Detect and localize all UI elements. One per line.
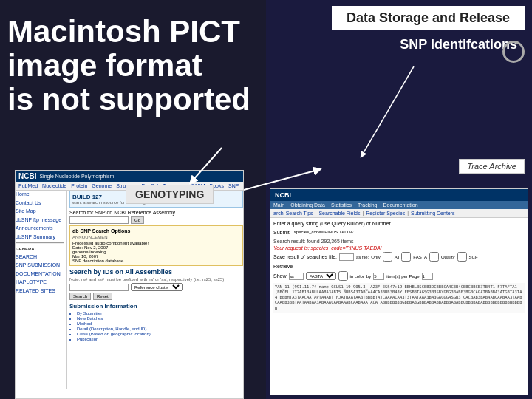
submission-list: By Submitter New Batches Method Detail (… [77, 311, 243, 341]
search-button[interactable]: Search [69, 293, 91, 300]
trace-searchable-fields[interactable]: Searchable Fields [318, 211, 360, 216]
trace-scf-label: SCF [469, 255, 478, 259]
trace-all-check[interactable] [383, 252, 392, 262]
id-buttons-row: Search Reset [69, 293, 243, 300]
trace-nav-main[interactable]: Main [273, 202, 284, 208]
trace-ncbi-logo: NCBI [275, 191, 291, 199]
trace-screenshot: NCBI Main Obtaining Data Statistics Trac… [270, 188, 528, 395]
trace-fasta-check[interactable] [401, 252, 411, 262]
nav-genome[interactable]: Genome [92, 183, 112, 188]
circle-decoration [502, 41, 525, 63]
trace-submit-row: Submit [273, 228, 525, 236]
dbsnp-options: db SNP Search Options ANNOUNCEMENT Proce… [69, 225, 243, 266]
trace-result-count: Search result: found 292,365 items [273, 239, 525, 244]
ncbi-main-content: BUILD 127 want a search resource for sea… [69, 191, 243, 389]
id-search-input[interactable] [69, 284, 129, 291]
announcement-detail: Processed audio component available!Date… [72, 241, 240, 263]
trace-fasta-label: FASTA [413, 255, 427, 259]
trace-sep3: | [407, 211, 409, 216]
trace-nav-docs[interactable]: Documentation [383, 202, 418, 208]
trace-only-label: Only [371, 255, 380, 259]
trace-show-label: Show [273, 273, 287, 279]
sidebar-sitemap[interactable]: Site Map [16, 208, 64, 216]
trace-items-per-page: item(s) per Page [386, 274, 419, 279]
nav-nucleotide[interactable]: Nucleotide [42, 183, 66, 188]
announcement-title: ANNOUNCEMENT [72, 235, 240, 239]
sub-item-6[interactable]: Publication [77, 337, 243, 341]
trace-color-check[interactable] [338, 271, 348, 281]
nav-protein[interactable]: Protein [71, 183, 87, 188]
trace-submitting[interactable]: Submitting Centers [411, 211, 455, 216]
trace-sequence-data: YAN_11 (991.11.74 name:GCLS1_19 905.3_ A… [273, 283, 525, 313]
trace-quality-label: Quality [441, 255, 455, 259]
trace-submit-label: Submit [273, 230, 290, 235]
sub-item-5[interactable]: Class (Based on geographic location) [77, 332, 243, 336]
sub-item-3[interactable]: Method [77, 321, 243, 326]
ncbi-logo: NCBI [18, 172, 36, 180]
trace-nav-obtaining[interactable]: Obtaining Data [290, 202, 325, 208]
submission-title: Submission Information [69, 303, 243, 310]
go-button[interactable]: Go [131, 216, 144, 224]
ncbi-body: Home Contact Us Site Map dbSNP ftp messa… [16, 191, 243, 389]
trace-search-label: arch [273, 211, 284, 216]
trace-save-input[interactable] [339, 253, 354, 261]
trace-items-input[interactable] [373, 273, 384, 280]
sidebar-search[interactable]: SEARCH [16, 253, 64, 262]
sidebar-contact[interactable]: Contact Us [16, 200, 64, 208]
trace-retrieve-section: Retrieve [273, 264, 525, 269]
ncbi-header: NCBI Single Nucleotide Polymorphism [16, 171, 243, 182]
header-title: Data Storage and Release [332, 6, 525, 30]
trace-register[interactable]: Register Species [366, 211, 405, 216]
trace-scf-check[interactable] [457, 252, 467, 262]
trace-nav-tracking[interactable]: Tracking [358, 202, 378, 208]
sidebar-docs[interactable]: DOCUMENTATION [16, 270, 64, 279]
ncbi-sidebar: Home Contact Us Site Map dbSNP ftp messa… [16, 191, 67, 389]
main-container: Macintosh PICT image format is not suppo… [0, 0, 532, 399]
dbsnp-options-title: db SNP Search Options [72, 228, 240, 233]
sidebar-general-label: GENERAL [16, 247, 37, 251]
sub-item-2[interactable]: New Batches [77, 316, 243, 321]
pict-message: Macintosh PICT image format is not suppo… [7, 15, 250, 117]
trace-sep1: | [316, 211, 317, 216]
reset-button[interactable]: Reset [93, 293, 112, 300]
trace-page-input[interactable] [422, 273, 433, 280]
sidebar-ftp[interactable]: dbSNP ftp message [16, 216, 64, 225]
trace-ncbi-header: NCBI [270, 189, 528, 201]
nav-pubmed[interactable]: PubMed [18, 183, 38, 188]
trace-content: Enter a query string (use Query Builder)… [270, 218, 528, 316]
trace-retrieve-label: Retrieve [273, 264, 293, 269]
search-ref-label: Search for SNP on NCBI Reference Assembl… [69, 210, 243, 215]
search-input[interactable] [69, 216, 129, 224]
trace-sep2: | [362, 211, 364, 216]
search-row: Go [69, 216, 243, 224]
sidebar-summary[interactable]: dbSNP Summary [16, 233, 64, 242]
trace-as-file-label: as file: [356, 255, 369, 259]
trace-all-label: All [395, 255, 400, 259]
note-text: Note: rs# and ss# must be prefixed with … [69, 277, 243, 282]
trace-show-row: Show FASTA in color by item(s) per Page [273, 271, 525, 281]
sub-item-4[interactable]: Detail (Description, Handle, and ID) [77, 327, 243, 331]
sub-item-1[interactable]: By Submitter [77, 311, 243, 316]
sidebar-snp-submit[interactable]: SNP SUBMISSION [16, 262, 64, 270]
search-ids-title: Search by IDs on All Assemblies [69, 268, 243, 276]
sidebar-announcements[interactable]: Announcements [16, 225, 64, 233]
trace-nav-stats[interactable]: Statistics [331, 202, 352, 208]
ncbi-subtitle: Single Nucleotide Polymorphism [39, 174, 114, 179]
snp-identifications-label: SNP Identifcations [400, 37, 517, 52]
nav-snp[interactable]: SNP [228, 183, 239, 188]
trace-by-label: by [366, 274, 371, 279]
sidebar-haplotype[interactable]: HAPLOTYPE [16, 279, 64, 287]
trace-format-select[interactable]: FASTA [306, 272, 336, 280]
trace-query-input[interactable] [293, 228, 381, 236]
id-search-row: Reference cluster [69, 283, 243, 291]
sidebar-related[interactable]: RELATED SITES [16, 287, 64, 296]
reference-select[interactable]: Reference cluster [131, 283, 183, 291]
trace-save-label: Save result of searches file: [273, 254, 337, 259]
trace-color-label: in color [350, 274, 364, 279]
trace-quality-check[interactable] [429, 252, 439, 262]
trace-query-label: Enter a query string (use Query Builder)… [273, 221, 525, 226]
trace-show-input[interactable] [289, 273, 304, 280]
sidebar-home[interactable]: Home [16, 191, 64, 199]
trace-search-tips[interactable]: Search Tips [286, 211, 313, 216]
trace-request-text: Your request is: species_code='PINUS TAE… [273, 245, 525, 250]
